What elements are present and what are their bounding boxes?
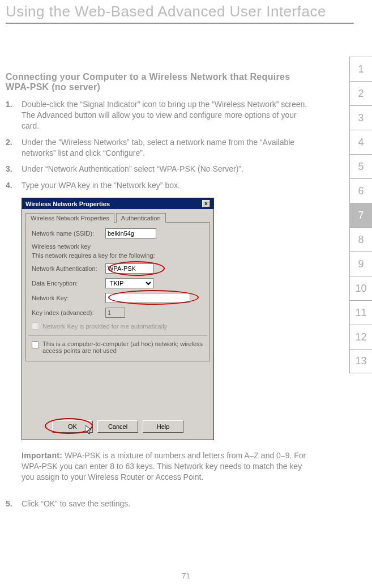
network-key-row: Network Key: [32, 293, 204, 303]
step-5: 5. Click “OK” to save the settings. [6, 498, 314, 509]
nav-item-5[interactable]: 5 [349, 154, 372, 178]
content-area: Connecting your Computer to a Wireless N… [0, 24, 348, 509]
step-text: Double-click the “Signal Indicator” icon… [22, 99, 314, 131]
encryption-select[interactable]: TKIP [105, 278, 153, 288]
nav-item-4[interactable]: 4 [349, 130, 372, 154]
nav-item-11[interactable]: 11 [349, 300, 372, 325]
important-label: Important: [22, 451, 62, 460]
page-title: Using the Web-Based Advanced User Interf… [6, 3, 372, 20]
step-4: 4. Type your WPA key in the “Network key… [6, 180, 314, 191]
nav-item-10[interactable]: 10 [349, 276, 372, 300]
step-text: Under the “Wireless Networks” tab, selec… [22, 137, 314, 159]
step-number: 1. [6, 99, 22, 131]
auth-select[interactable] [105, 263, 153, 274]
section-nav: 1 2 3 4 5 6 7 8 9 10 11 12 13 [349, 57, 372, 373]
nav-item-12[interactable]: 12 [349, 325, 372, 349]
dialog-screenshot: Wireless Network Properties × Wireless N… [22, 198, 314, 440]
wireless-key-header: Wireless network key [32, 243, 204, 250]
important-note: Important: WPA-PSK is a mixture of numbe… [22, 450, 314, 483]
nav-item-3[interactable]: 3 [349, 105, 372, 130]
nav-item-9[interactable]: 9 [349, 252, 372, 276]
dialog-title-text: Wireless Network Properties [25, 201, 110, 207]
step-3: 3. Under “Network Authentication” select… [6, 164, 314, 174]
steps-list: 1. Double-click the “Signal Indicator” i… [6, 99, 314, 191]
encryption-label: Data Encryption: [32, 280, 105, 287]
dialog-button-row: OK Cancel Help [22, 416, 213, 440]
step-number: 2. [6, 137, 22, 159]
auto-key-text: Network Key is provided for me automatic… [42, 323, 167, 330]
step-text: Click “OK” to save the settings. [22, 498, 314, 509]
key-index-label: Key index (advanced): [32, 309, 105, 316]
ssid-input[interactable] [105, 228, 156, 238]
nav-item-6[interactable]: 6 [349, 178, 372, 203]
help-button[interactable]: Help [143, 420, 183, 433]
page-header: Using the Web-Based Advanced User Interf… [0, 0, 372, 24]
step-text: Type your WPA key in the “Network key” b… [22, 180, 314, 191]
ssid-row: Network name (SSID): [32, 228, 204, 238]
divider [28, 335, 207, 336]
auth-row: Network Authentication: [32, 263, 204, 274]
nav-item-8[interactable]: 8 [349, 227, 372, 252]
auto-key-checkbox [32, 322, 39, 330]
wireless-properties-dialog: Wireless Network Properties × Wireless N… [22, 198, 214, 440]
step-number: 3. [6, 164, 22, 174]
dialog-titlebar: Wireless Network Properties × [22, 198, 213, 209]
nav-item-13[interactable]: 13 [349, 349, 372, 373]
dialog-spacer [22, 365, 213, 416]
network-key-input[interactable] [105, 293, 190, 303]
nav-item-1[interactable]: 1 [349, 57, 372, 81]
page-number: 71 [0, 572, 372, 580]
adhoc-text: This is a computer-to-computer (ad hoc) … [42, 340, 204, 354]
important-text: WPA-PSK is a mixture of numbers and lett… [22, 451, 306, 482]
key-index-input [105, 308, 125, 318]
tab-wireless-properties[interactable]: Wireless Network Properties [25, 213, 114, 223]
steps-list-continued: 5. Click “OK” to save the settings. [6, 498, 314, 509]
section-heading: Connecting your Computer to a Wireless N… [6, 72, 314, 92]
step-number: 5. [6, 498, 22, 509]
step-text: Under “Network Authentication” select “W… [22, 164, 314, 174]
adhoc-checkbox[interactable] [32, 341, 39, 348]
cancel-button[interactable]: Cancel [97, 420, 138, 433]
ssid-label: Network name (SSID): [32, 230, 105, 237]
network-key-label: Network Key: [32, 295, 105, 301]
step-number: 4. [6, 180, 22, 191]
auto-key-row: Network Key is provided for me automatic… [32, 322, 204, 330]
ok-button[interactable]: OK [52, 420, 93, 433]
nav-item-2[interactable]: 2 [349, 81, 372, 105]
adhoc-row: This is a computer-to-computer (ad hoc) … [32, 340, 204, 354]
requires-key-text: This network requires a key for the foll… [32, 252, 204, 259]
close-button[interactable]: × [202, 200, 210, 207]
dialog-body: Network name (SSID): Wireless network ke… [25, 222, 210, 361]
step-2: 2. Under the “Wireless Networks” tab, se… [6, 137, 314, 159]
dialog-tabs: Wireless Network Properties Authenticati… [22, 209, 213, 222]
nav-item-7[interactable]: 7 [349, 203, 372, 227]
tab-authentication[interactable]: Authentication [116, 213, 166, 223]
step-1: 1. Double-click the “Signal Indicator” i… [6, 99, 314, 131]
encryption-row: Data Encryption: TKIP [32, 278, 204, 288]
auth-label: Network Authentication: [32, 265, 105, 272]
key-index-row: Key index (advanced): [32, 308, 204, 318]
